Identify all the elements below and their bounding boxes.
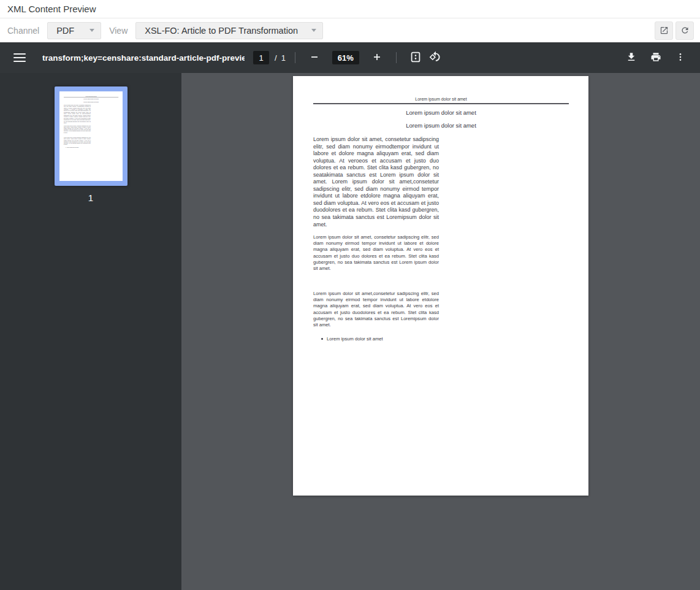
bullet-icon — [321, 338, 323, 340]
window-title: XML Content Preview — [7, 4, 96, 14]
view-select[interactable]: XSL-FO: Article to PDF Transformation — [135, 22, 323, 39]
channel-label: Channel — [7, 26, 39, 36]
zoom-level[interactable]: 61% — [332, 51, 359, 64]
rotate-button[interactable] — [425, 48, 445, 67]
pdf-page: Lorem ipsum dolor sit amet Lorem ipsum d… — [293, 76, 588, 496]
bullet-item-text: Lorem ipsum dolor sit amet — [327, 336, 383, 342]
channel-select-value: PDF — [56, 26, 74, 36]
fit-page-button[interactable] — [406, 48, 425, 67]
paragraph-2: Lorem ipsum dolor sit amet, consetetur s… — [313, 234, 439, 272]
thumbnail-page-1[interactable]: Lorem ipsum dolor sit amet Lorem ipsum d… — [55, 86, 127, 203]
rotate-counterclockwise-icon — [429, 51, 441, 64]
thumbnail-sidebar: Lorem ipsum dolor sit amet Lorem ipsum d… — [0, 73, 181, 590]
bullet-list-item: Lorem ipsum dolor sit amet — [313, 336, 439, 342]
plus-icon — [372, 52, 382, 64]
refresh-icon — [680, 26, 690, 35]
menu-icon — [13, 53, 26, 62]
page-header: Lorem ipsum dolor sit amet Lorem ipsum d… — [313, 97, 569, 129]
pdf-toolbar: transform;key=censhare:standard-article-… — [0, 42, 700, 73]
print-icon — [650, 52, 661, 64]
thumbnail-selected-border: Lorem ipsum dolor sit amet Lorem ipsum d… — [55, 86, 127, 186]
zoom-in-button[interactable] — [367, 48, 387, 67]
titlebar: XML Content Preview — [0, 0, 700, 18]
print-button[interactable] — [646, 48, 666, 67]
more-options-button[interactable] — [671, 48, 690, 67]
download-icon — [626, 52, 637, 64]
pdf-viewer-body: Lorem ipsum dolor sit amet Lorem ipsum d… — [0, 73, 700, 590]
paragraph-3: Lorem ipsum dolor sit amet,consetetur sa… — [313, 291, 439, 328]
document-filename: transform;key=censhare:standard-article-… — [42, 53, 245, 63]
page-subtitle-line-2: Lorem ipsum dolor sit amet — [313, 122, 569, 130]
page-header-title: Lorem ipsum dolor sit amet — [313, 97, 569, 103]
paragraph-1: Lorem ipsum dolor sit amet, consetetur s… — [313, 136, 439, 228]
fit-page-icon — [409, 51, 422, 65]
toolbar-divider — [295, 52, 295, 63]
thumbnail-page-label: 1 — [88, 193, 93, 203]
view-label: View — [109, 26, 127, 36]
pdf-canvas[interactable]: Lorem ipsum dolor sit amet Lorem ipsum d… — [181, 73, 700, 590]
more-vertical-icon — [675, 52, 685, 64]
toolbar-divider — [396, 52, 397, 63]
page-body-column: Lorem ipsum dolor sit amet, consetetur s… — [313, 136, 439, 342]
refresh-button[interactable] — [675, 21, 694, 40]
thumbnail-page-preview: Lorem ipsum dolor sit amet Lorem ipsum d… — [59, 91, 123, 181]
toolbar-right-controls — [617, 48, 690, 67]
open-in-new-icon — [660, 26, 669, 35]
page-number-input[interactable] — [253, 51, 269, 64]
page-count-total: 1 — [281, 53, 286, 63]
view-select-value: XSL-FO: Article to PDF Transformation — [145, 26, 298, 36]
chevron-down-icon — [89, 29, 94, 32]
toolbar-center-controls: / 1 61% — [253, 42, 445, 73]
open-external-button[interactable] — [655, 21, 673, 40]
page-count-separator: / — [275, 53, 277, 63]
xml-content-preview-window: XML Content Preview Channel PDF View XSL… — [0, 0, 700, 590]
zoom-out-button[interactable] — [305, 48, 324, 67]
minus-icon — [310, 52, 319, 64]
download-button[interactable] — [622, 48, 641, 67]
preview-controls-row: Channel PDF View XSL-FO: Article to PDF … — [0, 18, 700, 42]
channel-select[interactable]: PDF — [47, 22, 101, 39]
header-rule — [313, 103, 569, 104]
menu-button[interactable] — [13, 53, 26, 62]
chevron-down-icon — [311, 29, 316, 32]
page-subtitle-line-1: Lorem ipsum dolor sit amet — [313, 109, 569, 117]
